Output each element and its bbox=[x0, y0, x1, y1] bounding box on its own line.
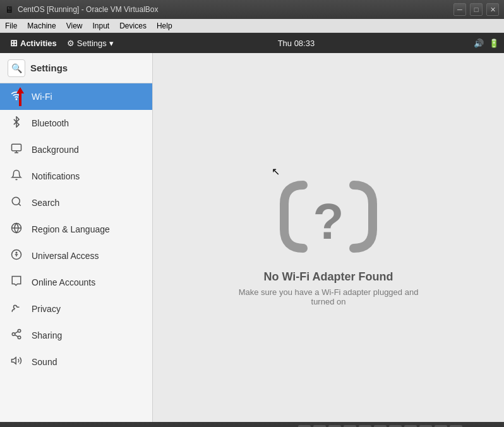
svg-point-9 bbox=[16, 252, 17, 253]
menu-view[interactable]: View bbox=[66, 21, 83, 30]
privacy-icon bbox=[10, 302, 23, 316]
sidebar-header: 🔍 Settings bbox=[0, 53, 152, 83]
activities-grid-icon: ⊞ bbox=[10, 38, 18, 48]
no-wifi-svg: ? bbox=[278, 172, 379, 261]
sidebar-item-label-universal-access: Universal Access bbox=[32, 251, 99, 261]
svg-line-13 bbox=[15, 335, 18, 337]
taskbar: 🌐 📁 ⚙ 📋 📷 💻 🔧 📊 🖥 ◀ ▶ Right Ctrl bbox=[0, 422, 504, 427]
bluetooth-icon bbox=[10, 116, 23, 130]
close-button[interactable]: ✕ bbox=[486, 3, 499, 16]
menu-file[interactable]: File bbox=[5, 21, 17, 30]
sidebar-item-label-background: Background bbox=[32, 145, 79, 155]
sidebar-item-label-region: Region & Language bbox=[32, 224, 110, 234]
sidebar-item-label-search: Search bbox=[32, 198, 59, 208]
universal-access-icon bbox=[10, 249, 23, 263]
maximize-button[interactable]: □ bbox=[470, 3, 483, 16]
settings-menu-button[interactable]: ⚙ Settings ▾ bbox=[62, 39, 119, 48]
volume-icon[interactable]: 🔊 bbox=[474, 39, 484, 48]
sidebar-item-label-notifications: Notifications bbox=[32, 171, 80, 181]
sidebar-item-notifications[interactable]: Notifications bbox=[0, 163, 152, 189]
sidebar-item-wifi[interactable]: Wi-Fi bbox=[0, 83, 152, 110]
chevron-down-icon: ▾ bbox=[109, 39, 114, 48]
svg-rect-1 bbox=[12, 144, 21, 151]
sidebar-item-label-bluetooth: Bluetooth bbox=[32, 118, 69, 128]
battery-icon[interactable]: 🔋 bbox=[489, 39, 499, 48]
system-bar: ⊞ Activities ⚙ Settings ▾ Thu 08:33 🔊 🔋 bbox=[0, 33, 504, 53]
no-wifi-title: No Wi-Fi Adapter Found bbox=[263, 270, 393, 284]
sidebar-item-label-wifi: Wi-Fi bbox=[32, 92, 52, 102]
sharing-icon bbox=[10, 328, 23, 342]
wifi-icon bbox=[10, 90, 23, 104]
search-icon bbox=[10, 196, 23, 210]
svg-line-14 bbox=[15, 332, 18, 334]
activities-label: Activities bbox=[20, 39, 57, 48]
search-button[interactable]: 🔍 bbox=[8, 59, 25, 77]
svg-point-4 bbox=[12, 197, 20, 205]
menu-devices[interactable]: Devices bbox=[119, 21, 147, 30]
virtualbox-menubar: File Machine View Input Devices Help bbox=[0, 19, 504, 33]
menu-input[interactable]: Input bbox=[93, 21, 110, 30]
sidebar-item-region[interactable]: Region & Language bbox=[0, 216, 152, 243]
sidebar-item-sound[interactable]: Sound bbox=[0, 349, 152, 375]
gear-icon: ⚙ bbox=[67, 39, 75, 48]
notifications-icon bbox=[10, 169, 23, 183]
window-icon: 🖥 bbox=[5, 4, 14, 15]
sidebar-title: Settings bbox=[30, 63, 68, 73]
sidebar-item-label-sound: Sound bbox=[32, 357, 57, 367]
sidebar-item-universal-access[interactable]: Universal Access bbox=[0, 243, 152, 269]
background-icon bbox=[10, 143, 23, 157]
svg-point-11 bbox=[12, 333, 15, 336]
clock: Thu 08:33 bbox=[119, 39, 474, 48]
sidebar-item-background[interactable]: Background bbox=[0, 136, 152, 163]
online-accounts-icon bbox=[10, 275, 23, 289]
menu-machine[interactable]: Machine bbox=[27, 21, 56, 30]
svg-point-10 bbox=[18, 330, 21, 333]
minimize-button[interactable]: ─ bbox=[453, 3, 466, 16]
svg-text:?: ? bbox=[313, 193, 344, 250]
sidebar-item-bluetooth[interactable]: Bluetooth bbox=[0, 110, 152, 136]
sidebar-item-search[interactable]: Search bbox=[0, 189, 152, 216]
activities-button[interactable]: ⊞ Activities bbox=[5, 38, 62, 48]
sidebar-items-container: Wi-FiBluetoothBackgroundNotificationsSea… bbox=[0, 83, 152, 375]
system-tray: 🔊 🔋 bbox=[474, 39, 499, 48]
menu-help[interactable]: Help bbox=[157, 21, 172, 30]
sidebar-item-privacy[interactable]: Privacy bbox=[0, 296, 152, 322]
sidebar-item-label-online-accounts: Online Accounts bbox=[32, 277, 95, 287]
svg-line-5 bbox=[18, 203, 20, 205]
sidebar-item-sharing[interactable]: Sharing bbox=[0, 322, 152, 349]
svg-point-12 bbox=[18, 336, 21, 339]
main-content: ? No Wi-Fi Adapter Found Make sure you h… bbox=[153, 53, 504, 422]
region-icon bbox=[10, 222, 23, 236]
no-wifi-illustration: ? bbox=[272, 169, 385, 264]
sound-icon bbox=[10, 355, 23, 369]
svg-point-0 bbox=[16, 99, 17, 100]
sidebar: 🔍 Settings Wi-FiBluetoothBackgroundNotif… bbox=[0, 53, 153, 422]
app-window: 🔍 Settings Wi-FiBluetoothBackgroundNotif… bbox=[0, 53, 504, 422]
sidebar-item-online-accounts[interactable]: Online Accounts bbox=[0, 269, 152, 296]
settings-label: Settings bbox=[77, 39, 107, 48]
svg-marker-15 bbox=[12, 358, 16, 364]
sidebar-item-label-privacy: Privacy bbox=[32, 304, 61, 314]
sidebar-item-label-sharing: Sharing bbox=[32, 330, 62, 340]
search-icon: 🔍 bbox=[11, 63, 22, 73]
window-title: CentOS [Running] - Oracle VM VirtualBox bbox=[18, 5, 450, 14]
window-titlebar: 🖥 CentOS [Running] - Oracle VM VirtualBo… bbox=[0, 0, 504, 19]
no-wifi-desc: Make sure you have a Wi-Fi adapter plugg… bbox=[227, 287, 429, 306]
